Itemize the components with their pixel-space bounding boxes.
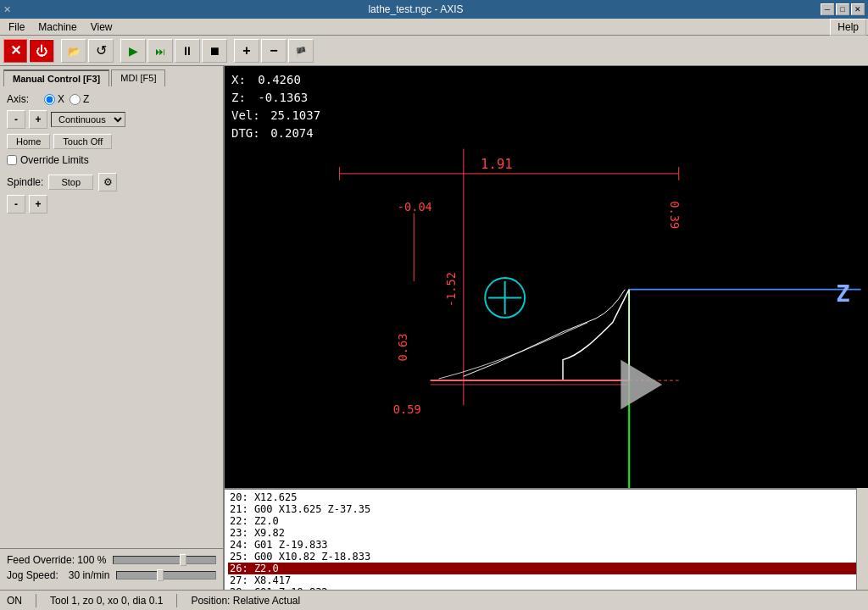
coord-z-value: -0.1363 <box>258 91 308 104</box>
spindle-stop-button[interactable]: Stop <box>48 175 93 190</box>
dim-059-label: 0.59 <box>393 402 421 416</box>
override-row: Override Limits <box>7 154 216 166</box>
tab-mdi[interactable]: MDI [F5] <box>111 69 165 86</box>
axis-x-label: X <box>58 93 64 105</box>
home-button[interactable]: Home <box>7 134 50 149</box>
gcode-line-0[interactable]: 20: X12.625 <box>228 491 865 503</box>
pause-icon: ⏸ <box>181 44 193 58</box>
estop-button[interactable]: ✕ <box>3 39 27 63</box>
axis-z-label: Z <box>83 93 89 105</box>
dim-039-label: 0.39 <box>668 201 682 229</box>
right-area: X: 0.4260 Z: -0.1363 Vel: 25.1037 DTG: 0… <box>225 66 868 590</box>
open-file-button[interactable] <box>61 39 86 63</box>
home-touch-row: Home Touch Off <box>7 134 216 149</box>
jog-plus-button[interactable]: + <box>29 110 47 129</box>
power-button[interactable]: ⏻ <box>29 39 54 63</box>
open-icon <box>68 44 81 58</box>
plus-button[interactable] <box>234 39 259 63</box>
feed-override-slider[interactable] <box>113 556 216 564</box>
jog-minus-button[interactable]: - <box>7 110 25 129</box>
stop-toolbar-button[interactable]: ⏹ <box>202 39 227 63</box>
coord-x-row: X: 0.4260 <box>231 71 320 89</box>
coord-z-row: Z: -0.1363 <box>231 89 320 107</box>
tab-manual[interactable]: Manual Control [F3] <box>3 69 109 86</box>
title-bar: ✕ lathe_test.ngc - AXIS ─ □ ✕ <box>0 0 868 19</box>
status-state: ON <box>7 595 22 607</box>
gcode-line-1[interactable]: 21: G00 X13.625 Z-37.35 <box>228 503 865 515</box>
dim-neg004-label: -0.04 <box>398 200 432 214</box>
axis-x-input[interactable] <box>44 94 55 105</box>
pause-button[interactable]: ⏸ <box>175 39 200 63</box>
run-button[interactable] <box>120 39 146 63</box>
close-button[interactable]: ✕ <box>851 3 865 15</box>
minus-icon <box>270 43 277 58</box>
menu-bar: File Machine View Help <box>0 19 868 36</box>
gcode-line-8[interactable]: 28: G01 Z-19.832 <box>228 586 865 590</box>
window-x-icon: ✕ <box>3 4 11 15</box>
jog-row: - + Continuous Incremental <box>7 110 216 129</box>
axis-x-radio[interactable]: X <box>44 93 64 105</box>
feed-override-row: Feed Override: 100 % <box>7 554 216 566</box>
axis-z-input[interactable] <box>70 94 81 105</box>
reload-icon <box>96 42 107 58</box>
step-button[interactable] <box>147 39 173 63</box>
override-limits-label: Override Limits <box>20 154 89 166</box>
menu-machine[interactable]: Machine <box>31 19 83 35</box>
coord-x-value: 0.4260 <box>258 73 301 86</box>
status-tool: Tool 1, zo 0, xo 0, dia 0.1 <box>50 595 163 607</box>
control-area: Axis: X Z - + Continuous <box>0 86 223 548</box>
minimize-button[interactable]: ─ <box>821 3 834 15</box>
touch-button[interactable] <box>288 39 314 63</box>
spindle-row: Spindle: Stop ⚙ <box>7 173 216 191</box>
gcode-list[interactable]: 20: X12.62521: G00 X13.625 Z-37.3522: Z2… <box>225 488 868 590</box>
coord-vel-row: Vel: 25.1037 <box>231 107 320 125</box>
reload-button[interactable] <box>88 39 114 63</box>
help-button[interactable]: Help <box>830 19 866 36</box>
jog-speed-row: Jog Speed: 30 in/min <box>7 569 216 581</box>
canvas-area[interactable]: X: 0.4260 Z: -0.1363 Vel: 25.1037 DTG: 0… <box>225 66 868 488</box>
stop-icon: ⏹ <box>209 44 220 58</box>
menu-file[interactable]: File <box>2 19 31 35</box>
touch-icon <box>295 44 307 58</box>
tab-bar: Manual Control [F3] MDI [F5] <box>0 66 223 86</box>
gcode-line-7[interactable]: 27: X8.417 <box>228 574 865 586</box>
status-sep-1 <box>36 594 36 607</box>
spindle-label: Spindle: <box>7 176 43 188</box>
spindle-minus-button[interactable]: - <box>7 195 25 214</box>
run-icon <box>129 44 138 58</box>
override-limits-checkbox[interactable] <box>7 155 17 165</box>
menu-view[interactable]: View <box>84 19 120 35</box>
axis-radio-group: X Z <box>44 93 89 105</box>
spindle-plus-button[interactable]: + <box>29 195 47 214</box>
main-area: Manual Control [F3] MDI [F5] Axis: X Z <box>0 66 868 590</box>
feed-override-section: Feed Override: 100 % Jog Speed: 30 in/mi… <box>0 548 223 590</box>
z-axis-label: Z <box>836 280 849 307</box>
coord-vel-value: 25.1037 <box>270 108 320 122</box>
dim-063-label: 0.63 <box>396 334 409 362</box>
gcode-scrollbar[interactable] <box>856 488 868 590</box>
feed-override-label: Feed Override: 100 % <box>7 554 106 566</box>
status-position: Position: Relative Actual <box>191 595 300 607</box>
jog-speed-slider[interactable] <box>116 571 216 580</box>
gcode-line-5[interactable]: 25: G00 X10.82 Z-18.833 <box>228 551 865 563</box>
spindle-speed-row: - + <box>7 195 216 214</box>
axis-z-radio[interactable]: Z <box>70 93 89 105</box>
plus-icon <box>242 43 250 58</box>
toolbar: ✕ ⏻ ⏸ ⏹ <box>0 36 868 66</box>
gcode-line-3[interactable]: 23: X9.82 <box>228 527 865 539</box>
touch-off-button[interactable]: Touch Off <box>53 134 112 149</box>
coord-z-label: Z: <box>231 91 246 104</box>
gcode-line-4[interactable]: 24: G01 Z-19.833 <box>228 539 865 551</box>
coords-display: X: 0.4260 Z: -0.1363 Vel: 25.1037 DTG: 0… <box>231 71 320 142</box>
spindle-icon-button[interactable]: ⚙ <box>98 173 117 191</box>
svg-rect-0 <box>231 66 860 488</box>
gcode-line-6[interactable]: 26: Z2.0 <box>228 563 865 574</box>
gcode-wrapper: 20: X12.62521: G00 X13.625 Z-37.3522: Z2… <box>225 488 868 590</box>
step-icon <box>155 44 165 58</box>
gcode-line-2[interactable]: 22: Z2.0 <box>228 515 865 527</box>
coord-x-label: X: <box>231 73 246 86</box>
maximize-button[interactable]: □ <box>836 3 849 15</box>
jog-mode-select[interactable]: Continuous Incremental <box>51 112 125 127</box>
minus-button[interactable] <box>261 39 287 63</box>
spindle-section: Spindle: Stop ⚙ - + <box>7 173 216 214</box>
